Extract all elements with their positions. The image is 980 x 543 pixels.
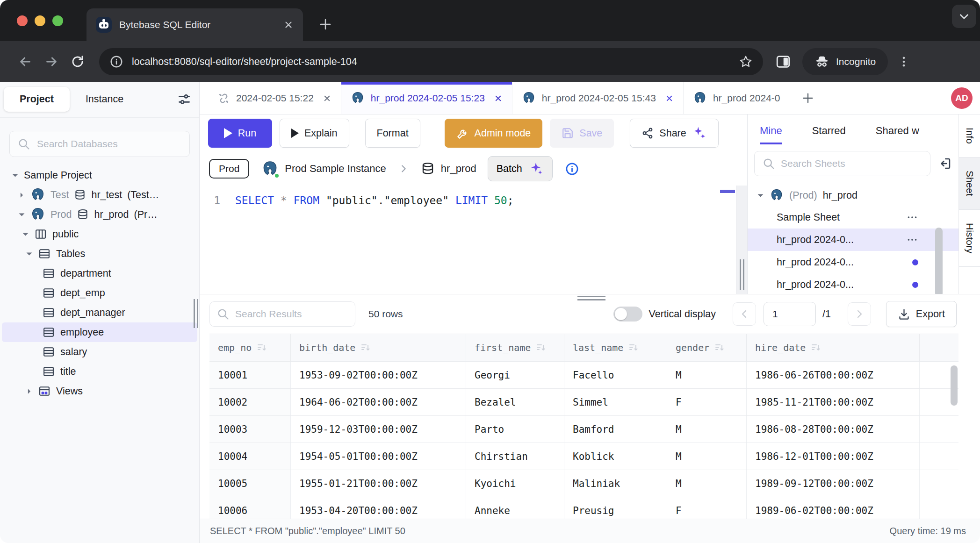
sheet-tab-3[interactable]: hr_prod 2024-02-05 15:43 bbox=[512, 82, 684, 114]
sheet-item[interactable]: Sample Sheet bbox=[748, 206, 958, 229]
explain-button[interactable]: Explain bbox=[280, 119, 349, 148]
minimize-window-button[interactable] bbox=[35, 15, 45, 26]
results-search[interactable] bbox=[209, 301, 355, 327]
format-button[interactable]: Format bbox=[365, 119, 420, 148]
tree-node-table[interactable]: dept_manager bbox=[2, 303, 197, 322]
new-tab-button[interactable] bbox=[314, 13, 337, 36]
batch-button[interactable]: Batch bbox=[488, 156, 553, 181]
maximize-window-button[interactable] bbox=[52, 15, 63, 26]
sheet-item[interactable]: hr_prod 2024-0... bbox=[748, 251, 958, 273]
caret-right-icon[interactable] bbox=[25, 388, 33, 394]
more-icon bbox=[906, 211, 918, 223]
tree-node-table[interactable]: dept_emp bbox=[2, 283, 197, 303]
browser-tab[interactable]: Bytebase SQL Editor bbox=[86, 8, 303, 41]
tree-node-table-employee-selected[interactable]: employee bbox=[2, 322, 197, 342]
table-row[interactable]: 10002 1964-06-02T00:00:00Z Bezalel Simme… bbox=[209, 389, 958, 416]
search-results-input[interactable] bbox=[235, 308, 348, 320]
close-tab-icon[interactable] bbox=[283, 20, 294, 30]
tab-mine[interactable]: Mine bbox=[760, 125, 782, 144]
database-search[interactable] bbox=[9, 131, 190, 157]
close-sheet-icon[interactable] bbox=[494, 94, 503, 103]
caret-down-icon[interactable] bbox=[18, 211, 25, 218]
sheet-scrollbar[interactable] bbox=[935, 228, 943, 294]
results-resize-handle[interactable] bbox=[577, 296, 605, 300]
side-panel-icon[interactable] bbox=[775, 54, 791, 70]
next-page-button[interactable] bbox=[848, 302, 871, 326]
caret-down-icon[interactable] bbox=[25, 250, 33, 257]
tab-sheet[interactable]: Sheet bbox=[959, 157, 980, 210]
tab-info[interactable]: Info bbox=[959, 114, 980, 157]
sql-code-editor[interactable]: 1 SELECT * FROM "public"."employee" LIMI… bbox=[200, 186, 747, 294]
panel-resize-handle[interactable] bbox=[740, 259, 745, 290]
sheet-group[interactable]: (Prod) hr_prod bbox=[748, 185, 958, 206]
save-button[interactable]: Save bbox=[550, 119, 614, 148]
table-row[interactable]: 10001 1953-09-02T00:00:00Z Georgi Facell… bbox=[209, 362, 958, 389]
table-row[interactable]: 10003 1959-12-03T00:00:00Z Parto Bamford… bbox=[209, 416, 958, 443]
close-sheet-icon[interactable] bbox=[665, 94, 674, 103]
tree-node-views-group[interactable]: Views bbox=[2, 381, 197, 401]
address-bar[interactable]: localhost:8080/sql-editor/sheet/project-… bbox=[99, 48, 763, 75]
sheet-list: (Prod) hr_prod Sample Sheet hr_prod 2024… bbox=[748, 181, 958, 294]
table-row-partial[interactable]: 10006 1953-04-20T00:00:00Z Anneke Preusi… bbox=[209, 497, 958, 519]
export-button[interactable]: Export bbox=[886, 301, 957, 327]
tree-node-schema-public[interactable]: public bbox=[2, 224, 197, 244]
search-sheets-input[interactable] bbox=[781, 158, 922, 169]
tree-node-tables-group[interactable]: Tables bbox=[2, 244, 197, 264]
tree-node-project[interactable]: Sample Project bbox=[2, 165, 197, 185]
sheet-tab-4[interactable]: hr_prod 2024-0 bbox=[684, 82, 795, 114]
tab-shared[interactable]: Shared w bbox=[876, 125, 919, 144]
tree-node-table[interactable]: department bbox=[2, 264, 197, 283]
tree-node-database-test[interactable]: Test hr_test (Test… bbox=[2, 185, 197, 205]
column-header[interactable]: last_name bbox=[564, 334, 667, 361]
share-button[interactable]: Share bbox=[630, 119, 718, 148]
column-header[interactable]: gender bbox=[667, 334, 747, 361]
filter-sliders-icon[interactable] bbox=[177, 92, 192, 107]
new-sheet-button[interactable] bbox=[795, 82, 821, 114]
sheet-item-selected[interactable]: hr_prod 2024-0... bbox=[748, 229, 958, 251]
collapse-panel-icon[interactable] bbox=[938, 157, 952, 171]
results-scrollbar[interactable] bbox=[951, 365, 958, 406]
column-header[interactable]: hire_date bbox=[747, 334, 920, 361]
tree-node-table[interactable]: salary bbox=[2, 342, 197, 362]
browser-menu-icon[interactable] bbox=[897, 55, 910, 68]
reload-icon[interactable] bbox=[65, 55, 91, 69]
page-number-input[interactable] bbox=[764, 302, 816, 326]
info-icon[interactable] bbox=[565, 162, 579, 176]
tab-project[interactable]: Project bbox=[4, 87, 70, 112]
admin-mode-button[interactable]: Admin mode bbox=[445, 119, 543, 148]
caret-right-icon[interactable] bbox=[18, 192, 25, 198]
table-row[interactable]: 10005 1955-01-21T00:00:00Z Kyoichi Malin… bbox=[209, 470, 958, 497]
sheet-tab-1[interactable]: 2024-02-05 15:22 bbox=[208, 82, 341, 114]
close-window-button[interactable] bbox=[17, 15, 28, 26]
tab-search-chevron-icon[interactable] bbox=[952, 5, 976, 28]
table-row[interactable]: 10004 1954-05-01T00:00:00Z Chirstian Kob… bbox=[209, 443, 958, 470]
tree-node-table[interactable]: title bbox=[2, 362, 197, 381]
site-info-icon[interactable] bbox=[109, 55, 123, 69]
instance-crumb[interactable]: Prod Sample Instance bbox=[261, 160, 386, 178]
caret-down-icon[interactable] bbox=[22, 231, 29, 238]
editor-column: Run Explain Format Admin mode bbox=[200, 114, 747, 294]
run-button[interactable]: Run bbox=[208, 119, 272, 148]
tab-instance[interactable]: Instance bbox=[70, 87, 139, 112]
search-databases-input[interactable] bbox=[37, 138, 182, 150]
user-avatar[interactable]: AD bbox=[951, 87, 973, 109]
column-header[interactable]: emp_no bbox=[209, 334, 291, 361]
tree-node-database-prod[interactable]: Prod hr_prod (Pr… bbox=[2, 205, 197, 224]
tab-starred[interactable]: Starred bbox=[812, 125, 846, 144]
vertical-display-toggle[interactable] bbox=[613, 307, 642, 322]
sheet-item[interactable]: hr_prod 2024-0... bbox=[748, 273, 958, 294]
database-crumb[interactable]: hr_prod bbox=[421, 162, 476, 176]
tab-history[interactable]: History bbox=[959, 210, 980, 267]
bookmark-star-icon[interactable] bbox=[739, 55, 753, 69]
sheet-search[interactable] bbox=[754, 151, 930, 176]
forward-icon[interactable] bbox=[38, 54, 65, 69]
back-icon[interactable] bbox=[12, 54, 38, 69]
caret-down-icon[interactable] bbox=[757, 192, 764, 199]
column-header[interactable]: first_name bbox=[466, 334, 564, 361]
sheet-tab-2-active[interactable]: hr_prod 2024-02-05 15:23 bbox=[341, 82, 512, 114]
sidebar-resize-handle[interactable] bbox=[194, 299, 199, 328]
caret-down-icon[interactable] bbox=[11, 172, 19, 179]
prev-page-button[interactable] bbox=[733, 302, 756, 326]
column-header[interactable]: birth_date bbox=[291, 334, 466, 361]
close-sheet-icon[interactable] bbox=[323, 94, 331, 103]
